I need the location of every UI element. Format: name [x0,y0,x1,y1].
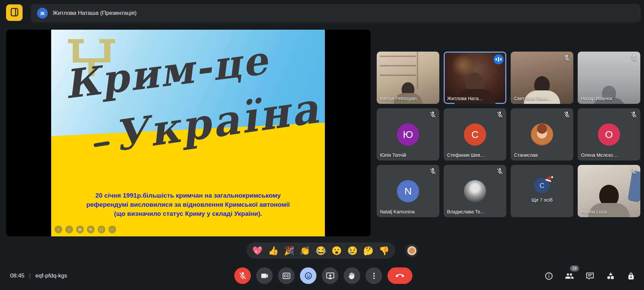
slide: Крим-це Україна 20 січня 1991р.більшість… [51,30,325,236]
reaction-button-8[interactable]: 🤔 [363,245,374,256]
videocam-icon [260,271,269,280]
participants-grid: Inessa PetrosyanЖитлова Ната…Светлана Ба… [377,52,640,217]
people-icon [565,271,574,281]
info-icon [544,271,553,281]
camera-button[interactable] [256,267,273,284]
chat-button[interactable] [582,268,597,283]
participant-tile-11[interactable]: СЩе 7 осіб [511,165,573,217]
participant-tile-2[interactable]: Житлова Ната… [444,52,506,104]
muted-mic-icon [563,111,571,118]
participant-name: Станислав [514,152,538,158]
leave-call-button[interactable] [387,267,412,284]
participants-button[interactable]: 19 [562,268,577,283]
reactions-button[interactable] [300,267,316,284]
mic-off-icon [238,271,247,280]
muted-mic-icon [630,168,638,175]
lock-icon [626,271,636,281]
reaction-button-5[interactable]: 😂 [315,245,327,256]
meet-window: Ж Житлова Наташа (Презентація) Крим- [0,0,644,290]
skin-tone-icon [407,246,416,255]
raise-hand-button[interactable] [344,267,360,284]
presentation-area[interactable]: Крим-це Україна 20 січня 1991р.більшість… [6,30,371,236]
host-controls-button[interactable] [623,268,638,283]
activities-button[interactable] [603,268,618,283]
participant-tile-5[interactable]: ЮЮлія Топчій [377,108,439,161]
reaction-button-3[interactable]: 🎉 [283,245,295,256]
reaction-button-9[interactable]: 👎 [378,245,390,256]
microphone-button[interactable] [234,267,251,284]
avatar-photo [531,123,553,146]
call-end-icon [396,271,404,280]
skin-tone-selector[interactable] [405,244,418,257]
reaction-button-4[interactable]: 👏 [299,245,311,256]
participant-tile-9[interactable]: NNatalj Kamunina [377,165,439,217]
muted-mic-icon [496,168,504,175]
slide-toolbar-zoom-button[interactable]: ⊕ [76,226,84,233]
present-icon [326,271,335,280]
slide-toolbar-frame-button[interactable]: □ [98,226,105,233]
participant-name: Natalj Kamunina [380,209,415,214]
reaction-button-2[interactable]: 👍 [268,245,279,256]
participant-tile-6[interactable]: ССтефания Шев… [444,108,506,161]
presentation-header: Ж Житлова Наташа (Презентація) [31,4,641,22]
slide-toolbar-prev-button[interactable]: ‹ [55,226,62,233]
reaction-button-1[interactable]: 💖 [252,245,263,256]
muted-mic-icon [630,111,638,118]
hand-icon [348,271,357,280]
more-participants-label: Ще 7 осіб [511,197,573,203]
participant-name: Владислава То… [447,209,485,214]
slide-body-line: 20 січня 1991р.більшість кримчан на зага… [59,191,317,200]
speaking-indicator [494,54,504,64]
presentation-title: Житлова Наташа (Презентація) [53,10,137,17]
slide-toolbar-next-button[interactable]: › [65,226,73,233]
participant-name: Стефания Шев… [447,152,485,158]
participant-tile-10[interactable]: Владислава То… [444,165,506,217]
participant-tile-7[interactable]: Станислав [511,108,573,161]
avatar-letter: О [598,123,620,146]
avatar-letter: N [397,180,419,202]
participant-tile-3[interactable]: Светлана Бахм… [511,52,573,104]
slide-body-line: (що визначило статус Криму у складі Укра… [59,209,317,218]
muted-mic-icon [496,111,504,118]
muted-mic-icon [630,54,638,62]
app-logo[interactable] [6,4,23,21]
avatar-photo [464,180,486,202]
participant-tile-8[interactable]: ООлена Мєлєхо… [578,108,640,161]
avatar-letter: С [464,123,486,146]
slide-body-line: референдумі висловилися за відновлення К… [59,200,317,209]
slide-toolbar-more-button[interactable]: ⋯ [108,226,116,233]
participant-name: Олена Мєлєхо… [581,152,618,158]
captions-button[interactable] [278,267,295,284]
slide-toolbar-edit-button[interactable]: ✎ [87,226,95,233]
app-logo-icon [9,7,20,18]
more-vert-icon [370,271,378,280]
present-button[interactable] [322,267,338,284]
call-controls [234,267,412,284]
reaction-button-6[interactable]: 😮 [331,245,342,256]
presenter-avatar: Ж [37,8,48,19]
participant-name: Светлана Бахм… [514,96,552,101]
meta-separator: | [29,272,31,279]
emoji-icon [304,271,313,280]
meeting-meta: 08:45 | eqf-pfdq-kgs [10,272,67,280]
participant-name: Назар Иванюк [581,96,612,101]
participant-count-badge: 19 [570,265,579,271]
clock: 08:45 [10,272,25,279]
chat-icon [585,271,595,281]
muted-mic-icon [429,168,437,175]
reactions-bar: 💖👍🎉👏😂😮😢🤔👎 [246,242,395,259]
participant-tile-4[interactable]: Назар Иванюк [578,52,640,104]
participant-tile-1[interactable]: Inessa Petrosyan [377,52,439,104]
participant-name: Inessa Petrosyan [380,96,416,101]
captions-icon [282,271,291,280]
overflow-participant-avatar: С [534,178,550,193]
slide-body-text: 20 січня 1991р.більшість кримчан на зага… [59,191,317,218]
participant-tile-12[interactable]: Hanna Loza [578,165,640,217]
avatar-letter: Ю [397,123,419,146]
meeting-code: eqf-pfdq-kgs [35,272,67,279]
activities-icon [606,271,615,281]
more-options-button[interactable] [366,267,382,284]
meeting-details-button[interactable] [541,268,556,283]
reaction-button-7[interactable]: 😢 [347,245,358,256]
muted-mic-icon [429,111,437,118]
